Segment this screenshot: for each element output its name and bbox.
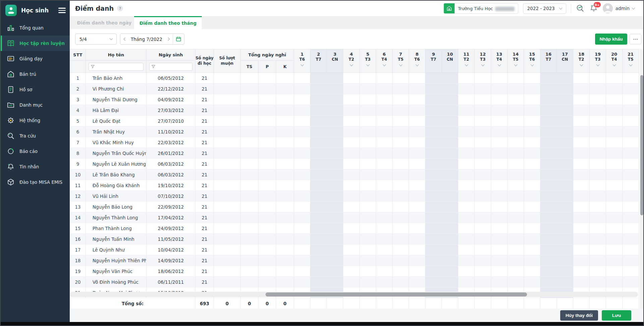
menu-toggle-icon[interactable]: [58, 6, 66, 14]
attendance-cell-day-7[interactable]: [393, 191, 409, 202]
attendance-cell-day-19[interactable]: [590, 116, 606, 126]
attendance-cell-day-2[interactable]: [310, 245, 327, 255]
attendance-cell-day-5[interactable]: [360, 277, 376, 287]
attendance-cell-day-9[interactable]: [425, 126, 442, 137]
attendance-cell-day-2[interactable]: [310, 73, 327, 84]
attendance-cell-day-8[interactable]: [409, 202, 425, 212]
day-column-header-10[interactable]: 10CN: [442, 49, 458, 73]
name-filter-input[interactable]: [89, 63, 143, 71]
sidebar-item-ban-tru[interactable]: Bán trú: [1, 66, 70, 82]
attendance-cell-day-9[interactable]: [425, 94, 442, 105]
attendance-cell-day-13[interactable]: [491, 255, 508, 266]
attendance-cell-day-4[interactable]: [343, 148, 360, 159]
vertical-scrollbar-thumb[interactable]: [640, 75, 643, 215]
col-header-name[interactable]: Họ tên: [86, 49, 147, 61]
attendance-cell-day-19[interactable]: [590, 234, 606, 245]
attendance-cell-day-15[interactable]: [524, 223, 540, 234]
attendance-cell-day-19[interactable]: [590, 266, 606, 277]
attendance-cell-day-17[interactable]: [557, 169, 573, 180]
attendance-cell-day-18[interactable]: [573, 116, 590, 126]
attendance-cell-day-15[interactable]: [524, 245, 540, 255]
attendance-cell-day-8[interactable]: [409, 255, 425, 266]
attendance-cell-day-21[interactable]: [623, 223, 639, 234]
attendance-cell-day-13[interactable]: [491, 223, 508, 234]
attendance-cell-day-21[interactable]: [623, 191, 639, 202]
attendance-cell-day-16[interactable]: [540, 159, 557, 169]
attendance-cell-day-14[interactable]: [508, 84, 524, 94]
attendance-cell-day-14[interactable]: [508, 191, 524, 202]
attendance-cell-day-13[interactable]: [491, 245, 508, 255]
attendance-cell-day-5[interactable]: [360, 169, 376, 180]
sidebar-item--ao-tao-misa-emis[interactable]: Đào tạo MISA EMIS: [1, 174, 70, 190]
attendance-cell-day-12[interactable]: [475, 212, 491, 223]
attendance-cell-day-1[interactable]: [294, 266, 310, 277]
attendance-cell-day-7[interactable]: [393, 137, 409, 148]
attendance-cell-day-13[interactable]: [491, 148, 508, 159]
attendance-cell-day-19[interactable]: [590, 73, 606, 84]
attendance-cell-day-21[interactable]: [623, 159, 639, 169]
attendance-cell-day-4[interactable]: [343, 212, 360, 223]
attendance-cell-day-19[interactable]: [590, 105, 606, 116]
attendance-cell-day-21[interactable]: [623, 94, 639, 105]
attendance-cell-day-1[interactable]: [294, 73, 310, 84]
attendance-cell-day-13[interactable]: [491, 277, 508, 287]
cancel-changes-button[interactable]: Hủy thay đổi: [560, 310, 598, 321]
attendance-cell-day-7[interactable]: [393, 202, 409, 212]
attendance-cell-day-18[interactable]: [573, 169, 590, 180]
attendance-cell-day-15[interactable]: [524, 234, 540, 245]
attendance-cell-day-7[interactable]: [393, 159, 409, 169]
attendance-cell-day-3[interactable]: [327, 202, 343, 212]
attendance-cell-day-13[interactable]: [491, 105, 508, 116]
attendance-cell-day-2[interactable]: [310, 202, 327, 212]
attendance-cell-day-6[interactable]: [376, 126, 393, 137]
attendance-cell-day-12[interactable]: [475, 148, 491, 159]
attendance-cell-day-4[interactable]: [343, 255, 360, 266]
attendance-cell-day-13[interactable]: [491, 180, 508, 191]
attendance-cell-day-5[interactable]: [360, 255, 376, 266]
attendance-cell-day-6[interactable]: [376, 266, 393, 277]
attendance-cell-day-18[interactable]: [573, 159, 590, 169]
attendance-cell-day-7[interactable]: [393, 94, 409, 105]
attendance-cell-day-10[interactable]: [442, 255, 458, 266]
attendance-cell-day-2[interactable]: [310, 148, 327, 159]
attendance-cell-day-17[interactable]: [557, 105, 573, 116]
attendance-cell-day-8[interactable]: [409, 137, 425, 148]
tab-diem-danh-theo-ngay[interactable]: Điểm danh theo ngày: [74, 16, 134, 29]
attendance-cell-day-11[interactable]: [458, 202, 475, 212]
attendance-cell-day-17[interactable]: [557, 137, 573, 148]
day-column-header-20[interactable]: 20T4: [606, 49, 623, 73]
attendance-cell-day-14[interactable]: [508, 169, 524, 180]
attendance-cell-day-14[interactable]: [508, 73, 524, 84]
attendance-cell-day-5[interactable]: [360, 234, 376, 245]
attendance-cell-day-1[interactable]: [294, 84, 310, 94]
attendance-cell-day-17[interactable]: [557, 73, 573, 84]
attendance-cell-day-1[interactable]: [294, 116, 310, 126]
attendance-cell-day-6[interactable]: [376, 212, 393, 223]
attendance-cell-day-18[interactable]: [573, 234, 590, 245]
attendance-cell-day-5[interactable]: [360, 191, 376, 202]
user-menu[interactable]: admin: [603, 3, 635, 13]
attendance-cell-day-2[interactable]: [310, 191, 327, 202]
attendance-cell-day-4[interactable]: [343, 169, 360, 180]
attendance-cell-day-19[interactable]: [590, 137, 606, 148]
attendance-cell-day-8[interactable]: [409, 245, 425, 255]
attendance-cell-day-17[interactable]: [557, 212, 573, 223]
attendance-cell-day-9[interactable]: [425, 105, 442, 116]
attendance-cell-day-8[interactable]: [409, 277, 425, 287]
attendance-cell-day-16[interactable]: [540, 223, 557, 234]
attendance-cell-day-21[interactable]: [623, 212, 639, 223]
attendance-cell-day-12[interactable]: [475, 84, 491, 94]
attendance-cell-day-7[interactable]: [393, 255, 409, 266]
attendance-cell-day-12[interactable]: [475, 94, 491, 105]
attendance-cell-day-10[interactable]: [442, 191, 458, 202]
attendance-cell-day-5[interactable]: [360, 94, 376, 105]
attendance-cell-day-15[interactable]: [524, 105, 540, 116]
attendance-cell-day-12[interactable]: [475, 223, 491, 234]
attendance-cell-day-16[interactable]: [540, 105, 557, 116]
attendance-cell-day-15[interactable]: [524, 159, 540, 169]
attendance-cell-day-5[interactable]: [360, 180, 376, 191]
attendance-cell-day-15[interactable]: [524, 148, 540, 159]
attendance-cell-day-1[interactable]: [294, 169, 310, 180]
attendance-cell-day-3[interactable]: [327, 159, 343, 169]
attendance-cell-day-1[interactable]: [294, 137, 310, 148]
